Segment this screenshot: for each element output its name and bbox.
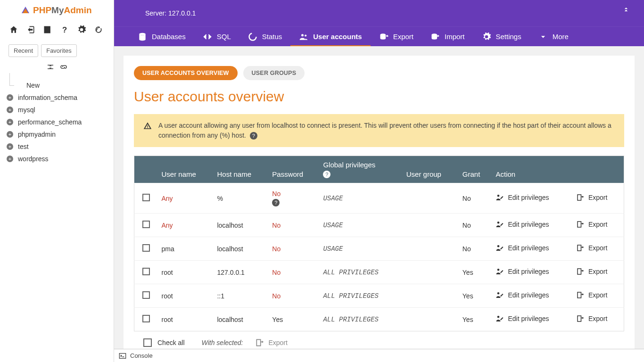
cell-usergroup — [403, 183, 459, 214]
console-bar[interactable]: Console — [114, 349, 644, 362]
col-username[interactable]: User name — [158, 156, 214, 183]
menu-more[interactable]: More — [530, 27, 577, 47]
row-checkbox[interactable] — [142, 194, 150, 201]
db-item[interactable]: +mysql — [7, 104, 114, 116]
export-icon — [576, 267, 585, 276]
cell-grant: No — [459, 237, 492, 261]
check-all-label[interactable]: Check all — [157, 339, 185, 346]
row-checkbox[interactable] — [142, 315, 150, 322]
server-label[interactable]: Server: 127.0.0.1 — [145, 9, 196, 17]
cell-host: localhost — [213, 214, 268, 237]
gear-icon — [482, 32, 491, 41]
cell-host: 127.0.0.1 — [213, 261, 268, 284]
home-icon[interactable] — [8, 25, 19, 35]
svg-point-1 — [139, 33, 145, 35]
top-menu: Databases SQL Status User accounts Expor… — [114, 26, 644, 46]
export-link[interactable]: Export — [576, 244, 607, 252]
export-icon — [379, 32, 388, 41]
collapse-tree-icon[interactable] — [46, 63, 55, 73]
cell-password: Yes — [268, 308, 319, 331]
database-icon — [138, 32, 147, 41]
row-checkbox[interactable] — [142, 244, 150, 252]
menu-export[interactable]: Export — [371, 27, 422, 47]
row-checkbox[interactable] — [142, 221, 150, 228]
recent-tab[interactable]: Recent — [8, 44, 38, 57]
tab-user-groups[interactable]: USER GROUPS — [243, 66, 305, 80]
link-icon[interactable] — [59, 63, 68, 73]
export-link[interactable]: Export — [576, 220, 607, 229]
cell-usergroup — [403, 261, 459, 284]
export-link[interactable]: Export — [576, 193, 607, 202]
favorites-tab[interactable]: Favorites — [41, 44, 76, 57]
db-item[interactable]: +test — [7, 140, 114, 153]
menu-user-accounts[interactable]: User accounts — [290, 27, 370, 47]
logo-php: PHP — [33, 5, 51, 15]
cell-host: % — [213, 183, 268, 214]
help-icon[interactable]: ? — [272, 199, 280, 206]
edit-privileges-link[interactable]: Edit privileges — [495, 291, 549, 299]
help-icon[interactable]: ? — [250, 132, 257, 140]
svg-text:?: ? — [62, 25, 67, 34]
help-icon[interactable]: ? — [323, 171, 330, 178]
users-icon — [299, 32, 308, 41]
logo[interactable]: PHPMyAdmin — [0, 0, 114, 21]
db-new[interactable]: New — [7, 79, 114, 91]
svg-point-2 — [249, 33, 256, 40]
svg-point-8 — [497, 222, 500, 224]
db-item[interactable]: +information_schema — [7, 91, 114, 104]
reload-icon[interactable] — [93, 25, 104, 35]
edit-privileges-link[interactable]: Edit privileges — [495, 244, 549, 252]
col-usergroup[interactable]: User group — [403, 156, 459, 183]
collapse-chevron-icon[interactable] — [622, 6, 630, 15]
logo-admin: Admin — [64, 5, 91, 15]
tab-overview[interactable]: USER ACCOUNTS OVERVIEW — [134, 66, 238, 80]
svg-rect-13 — [119, 353, 125, 358]
row-checkbox[interactable] — [142, 291, 150, 299]
warning-icon — [143, 122, 152, 130]
export-icon — [576, 314, 585, 323]
db-item[interactable]: +performance_schema — [7, 116, 114, 128]
cell-grant: Yes — [459, 308, 492, 331]
edit-privileges-link[interactable]: Edit privileges — [495, 314, 549, 323]
bulk-export-button[interactable]: Export — [255, 338, 287, 347]
col-privileges[interactable]: Global privileges? — [319, 156, 402, 183]
breadcrumb-bar: Server: 127.0.0.1 — [114, 0, 644, 26]
gear-icon[interactable] — [76, 25, 87, 35]
logo-my: My — [51, 5, 64, 15]
menu-import[interactable]: Import — [422, 27, 473, 47]
cell-host: localhost — [213, 308, 268, 331]
cell-password: No — [268, 237, 319, 261]
edit-icon — [495, 267, 504, 276]
import-icon — [430, 32, 440, 41]
db-item[interactable]: +wordpress — [7, 153, 114, 165]
cell-privileges: ALL PRIVILEGES — [319, 284, 402, 308]
export-icon — [576, 244, 585, 252]
db-item[interactable]: +phpmyadmin — [7, 128, 114, 140]
row-checkbox[interactable] — [142, 268, 150, 275]
export-link[interactable]: Export — [576, 314, 607, 323]
col-hostname[interactable]: Host name — [213, 156, 268, 183]
cell-privileges: USAGE — [319, 183, 402, 214]
export-link[interactable]: Export — [576, 267, 607, 276]
export-icon — [576, 291, 585, 299]
menu-status[interactable]: Status — [239, 27, 291, 47]
check-all-checkbox[interactable] — [143, 338, 152, 347]
export-link[interactable]: Export — [576, 291, 607, 299]
edit-privileges-link[interactable]: Edit privileges — [495, 193, 549, 202]
col-password[interactable]: Password — [268, 156, 319, 183]
cell-username: Any — [158, 183, 214, 214]
table-row: root::1NoALL PRIVILEGESYesEdit privilege… — [134, 284, 624, 308]
docs-icon[interactable] — [42, 25, 53, 35]
col-grant[interactable]: Grant — [459, 156, 492, 183]
edit-privileges-link[interactable]: Edit privileges — [495, 267, 549, 276]
table-row: root127.0.0.1NoALL PRIVILEGESYesEdit pri… — [134, 261, 624, 284]
menu-databases[interactable]: Databases — [129, 27, 194, 47]
menu-sql[interactable]: SQL — [194, 27, 239, 47]
menu-settings[interactable]: Settings — [473, 27, 530, 47]
logout-icon[interactable] — [25, 25, 36, 35]
table-row: Any%No?USAGENoEdit privilegesExport — [134, 183, 624, 214]
edit-privileges-link[interactable]: Edit privileges — [495, 220, 549, 229]
help-icon[interactable]: ? — [59, 25, 70, 35]
cell-grant: No — [459, 183, 492, 214]
table-row: AnylocalhostNoUSAGENoEdit privilegesExpo… — [134, 214, 624, 237]
